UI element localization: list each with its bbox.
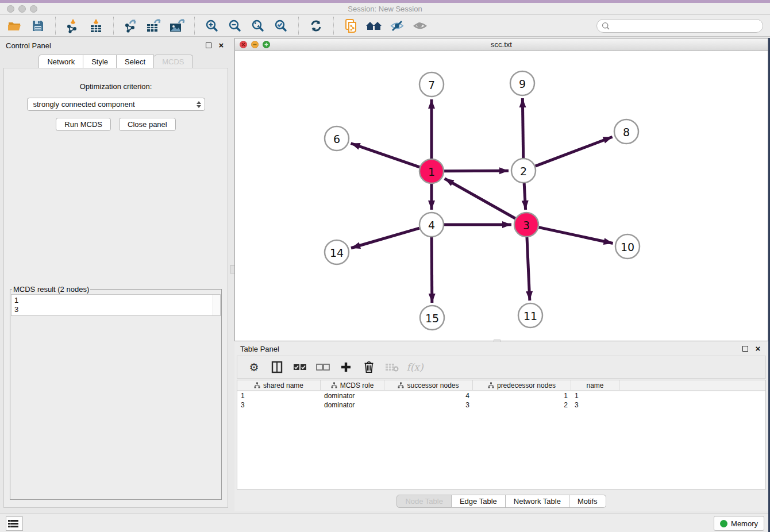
network-graph[interactable]: 1234678910111415 <box>235 51 768 341</box>
node-4[interactable]: 4 <box>419 213 444 237</box>
task-history-button[interactable] <box>6 516 23 531</box>
edge-3-1[interactable] <box>445 179 515 218</box>
close-panel-icon[interactable]: × <box>217 41 226 50</box>
control-panel-title: Control Panel <box>6 41 201 50</box>
node-9[interactable]: 9 <box>510 71 534 95</box>
cell-shared-name[interactable]: 3 <box>237 400 321 410</box>
edge-4-14[interactable] <box>351 228 419 248</box>
node-1[interactable]: 1 <box>419 159 444 183</box>
function-builder-button[interactable]: f(x) <box>407 359 422 375</box>
float-table-panel-icon[interactable] <box>741 344 750 353</box>
open-session-button[interactable] <box>3 17 26 35</box>
network-window-titlebar[interactable]: scc.txt <box>235 38 768 51</box>
edge-4-15[interactable] <box>432 237 432 303</box>
import-table-button[interactable] <box>84 17 107 35</box>
tab-edge-table[interactable]: Edge Table <box>452 495 506 508</box>
table-row[interactable]: 1dominator411 <box>237 391 765 400</box>
svg-text:15: 15 <box>425 312 439 325</box>
table-row[interactable]: 3dominator323 <box>237 400 765 410</box>
cell-shared-name[interactable]: 1 <box>237 391 321 400</box>
cell-mcds-role[interactable]: dominator <box>321 400 384 410</box>
delete-column-button[interactable] <box>361 359 376 375</box>
refresh-icon <box>309 19 323 33</box>
network-close-button[interactable] <box>240 41 247 48</box>
float-panel-icon[interactable] <box>204 41 213 50</box>
edge-1-6[interactable] <box>351 143 420 167</box>
network-canvas[interactable]: 1234678910111415 <box>235 51 768 341</box>
column-header-name[interactable]: name <box>571 380 619 390</box>
export-network-button[interactable] <box>120 17 143 35</box>
node-15[interactable]: 15 <box>420 306 444 330</box>
deselect-all-button[interactable] <box>315 359 330 375</box>
tab-network-table[interactable]: Network Table <box>506 495 569 508</box>
search-input[interactable] <box>613 22 756 30</box>
cell-predecessor-nodes[interactable]: 2 <box>473 400 571 410</box>
node-2[interactable]: 2 <box>511 159 536 183</box>
export-image-button[interactable] <box>165 17 188 35</box>
hide-selected-button[interactable] <box>386 17 409 35</box>
mcds-result-group: MCDS result (2 nodes) 1 3 <box>10 285 222 500</box>
edge-3-10[interactable] <box>539 228 613 244</box>
tab-style[interactable]: Style <box>83 55 117 68</box>
column-header-predecessor-nodes[interactable]: predecessor nodes <box>473 380 571 390</box>
eye-icon <box>412 19 428 33</box>
cell-name[interactable]: 1 <box>571 391 619 400</box>
close-table-panel-icon[interactable]: × <box>753 344 763 353</box>
search-field[interactable] <box>596 19 763 33</box>
tab-mcds[interactable]: MCDS <box>154 55 192 68</box>
toolbar-separator <box>113 17 114 35</box>
delete-table-button[interactable] <box>384 359 399 375</box>
column-header-successor-nodes[interactable]: successor nodes <box>384 380 473 390</box>
cell-predecessor-nodes[interactable]: 1 <box>473 391 571 400</box>
svg-text:3: 3 <box>523 219 530 232</box>
mcds-result-area[interactable]: 1 3 <box>11 294 221 316</box>
clone-network-button[interactable] <box>340 17 363 35</box>
select-all-button[interactable] <box>292 359 307 375</box>
node-7[interactable]: 7 <box>419 72 444 97</box>
add-column-button[interactable] <box>338 359 353 375</box>
tab-motifs[interactable]: Motifs <box>569 495 606 508</box>
memory-button[interactable]: Memory <box>714 516 764 531</box>
export-table-button[interactable] <box>143 17 165 35</box>
column-header-shared-name[interactable]: shared name <box>237 380 321 390</box>
run-mcds-button[interactable]: Run MCDS <box>56 118 111 131</box>
toolbar-separator <box>194 17 195 35</box>
show-columns-button[interactable] <box>270 359 284 375</box>
import-network-button[interactable] <box>61 17 84 35</box>
edge-3-11[interactable] <box>527 237 530 300</box>
edge-2-3[interactable] <box>524 183 525 210</box>
node-10[interactable]: 10 <box>615 234 640 259</box>
refresh-button[interactable] <box>305 17 328 35</box>
zoom-out-button[interactable] <box>224 17 247 35</box>
edge-1-2[interactable] <box>444 171 509 171</box>
cell-mcds-role[interactable]: dominator <box>321 391 384 400</box>
save-session-button[interactable] <box>26 17 49 35</box>
result-scrollbar[interactable] <box>213 295 220 315</box>
tab-node-table[interactable]: Node Table <box>396 495 452 508</box>
cell-successor-nodes[interactable]: 3 <box>384 400 473 410</box>
table-settings-button[interactable]: ⚙ <box>247 359 261 375</box>
cell-successor-nodes[interactable]: 4 <box>384 391 473 400</box>
zoom-fit-button[interactable] <box>247 17 270 35</box>
network-maximize-button[interactable] <box>263 41 270 48</box>
import-table-icon <box>88 18 103 33</box>
edge-2-9[interactable] <box>522 98 523 158</box>
tab-select[interactable]: Select <box>117 55 154 68</box>
column-header-mcds-role[interactable]: MCDS role <box>321 380 384 390</box>
node-8[interactable]: 8 <box>614 119 638 144</box>
node-14[interactable]: 14 <box>325 240 349 264</box>
edge-2-8[interactable] <box>536 137 613 166</box>
node-3[interactable]: 3 <box>514 213 538 237</box>
cell-name[interactable]: 3 <box>571 400 619 410</box>
tab-network[interactable]: Network <box>38 55 83 68</box>
toolbar-separator <box>298 17 299 35</box>
node-11[interactable]: 11 <box>518 303 542 327</box>
close-panel-button[interactable]: Close panel <box>119 118 176 131</box>
optimization-criterion-select[interactable]: strongly connected component <box>27 98 205 111</box>
zoom-selected-button[interactable] <box>270 17 292 35</box>
cyndx-home-button[interactable] <box>363 17 386 35</box>
node-6[interactable]: 6 <box>325 126 349 151</box>
show-all-button[interactable] <box>409 17 432 35</box>
network-minimize-button[interactable] <box>251 41 259 48</box>
zoom-in-button[interactable] <box>201 17 224 35</box>
